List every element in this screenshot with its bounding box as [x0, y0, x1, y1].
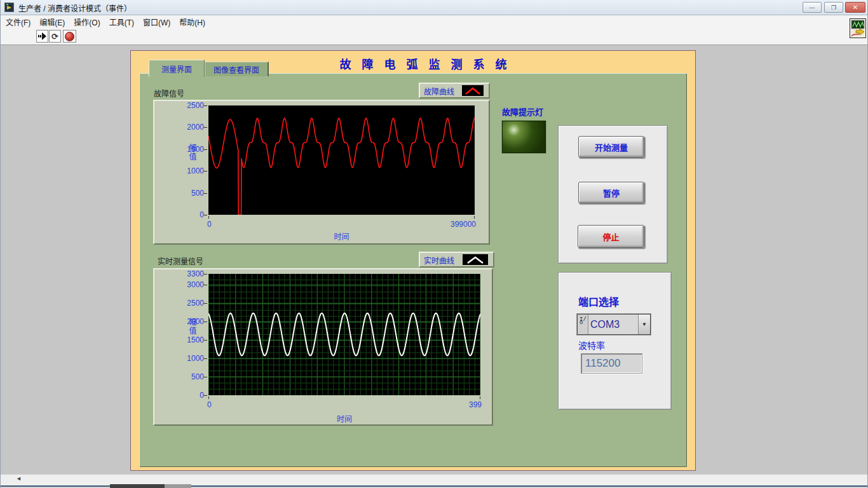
toolbar [1, 29, 868, 45]
fault-x-tick-mark [208, 216, 209, 219]
run-button[interactable] [36, 30, 48, 43]
run-continuous-icon: ⟳ [51, 32, 58, 41]
realtime-y-tick-mark [204, 358, 207, 359]
page-title: 故 障 电 弧 监 测 系 统 [336, 55, 514, 72]
close-button[interactable]: ✕ [845, 2, 865, 13]
realtime-chart-label: 实时测量信号 [158, 255, 203, 266]
pause-button[interactable]: 暂停 [578, 182, 644, 203]
fault-curve-icon [464, 86, 482, 95]
fault-x-tick-mark [474, 216, 475, 219]
fault-led-label: 故障提示灯 [502, 105, 543, 118]
restore-button[interactable]: ❐ [824, 2, 843, 13]
realtime-y-tick-label: 0 [175, 391, 204, 400]
fault-y-tick-mark [204, 171, 207, 172]
fault-waveform [208, 118, 475, 215]
fault-y-tick-label: 2000 [175, 123, 204, 132]
realtime-y-tick-mark [204, 395, 207, 396]
visa-io-icon: I/o [578, 315, 588, 334]
abort-button[interactable] [63, 30, 76, 43]
minimize-button[interactable]: — [803, 2, 822, 13]
realtime-xlabel: 时间 [208, 413, 480, 424]
fault-legend[interactable]: 故障曲线 [419, 83, 490, 98]
fault-led-indicator [501, 120, 546, 154]
pause-label: 暂停 [603, 187, 620, 199]
realtime-y-tick-label: 1000 [175, 354, 204, 363]
minimize-icon: — [810, 4, 815, 11]
restore-icon: ❐ [831, 4, 836, 11]
realtime-y-tick-label: 2000 [175, 317, 204, 326]
fault-y-tick-label: 500 [175, 189, 204, 198]
menu-item-edit[interactable]: 编辑(E) [39, 17, 65, 27]
tab-image-view-label: 图像查看界面 [214, 64, 259, 75]
realtime-y-tick-mark [204, 322, 207, 322]
fault-legend-swatch [462, 85, 484, 96]
realtime-y-tick-mark [204, 340, 207, 341]
fault-y-tick-label: 1000 [175, 166, 204, 175]
window-title: 生产者 / 消费者设计模式（事件） [18, 3, 132, 13]
realtime-x-tick-mark [208, 396, 209, 399]
scrollbar-left-arrow-icon[interactable]: ◄ [16, 475, 22, 482]
realtime-legend-label: 实时曲线 [424, 255, 454, 266]
fault-y-tick-mark [204, 127, 207, 128]
menu-item-window[interactable]: 窗口(W) [143, 17, 170, 27]
title-bar[interactable]: 生产者 / 消费者设计模式（事件） — ❐ ✕ [1, 0, 868, 15]
realtime-curve-icon [465, 255, 485, 264]
realtime-y-tick-mark [204, 303, 207, 304]
tab-measurement-label: 测量界面 [161, 64, 192, 74]
fault-xlabel: 时间 [208, 231, 475, 241]
fault-y-tick-mark [204, 215, 207, 215]
taskbar-peek [165, 484, 191, 488]
vi-icon [850, 18, 866, 38]
menu-item-file[interactable]: 文件(F) [6, 17, 31, 27]
app-icon [4, 3, 14, 12]
fault-y-tick-label: 2500 [175, 101, 204, 110]
fault-y-tick-label: 0 [175, 210, 204, 219]
fault-chart-label: 故障信号 [154, 88, 184, 98]
baud-rate-label: 波特率 [578, 339, 605, 351]
realtime-y-tick-label: 2500 [175, 299, 204, 308]
fault-plot-area [208, 105, 475, 215]
fault-x-tick-label: 0 [207, 220, 212, 229]
fault-legend-label: 故障曲线 [424, 86, 454, 97]
application-window: 生产者 / 消费者设计模式（事件） — ❐ ✕ 文件(F) 编辑(E) 操作(O… [0, 0, 868, 488]
realtime-y-tick-mark [204, 274, 207, 274]
realtime-y-tick-mark [204, 377, 207, 377]
run-continuous-button[interactable]: ⟳ [49, 30, 61, 43]
baud-rate-field[interactable]: 115200 [581, 353, 642, 374]
realtime-legend-swatch [463, 254, 488, 265]
port-panel [558, 272, 672, 410]
realtime-x-tick-label: 399 [422, 400, 482, 409]
realtime-y-tick-label: 3300 [175, 269, 204, 278]
realtime-y-tick-mark [204, 285, 207, 285]
fault-y-tick-mark [204, 193, 207, 194]
fault-y-tick-label: 1500 [175, 145, 204, 154]
abort-icon [65, 32, 74, 41]
close-icon: ✕ [853, 4, 858, 11]
chevron-down-icon: ▼ [642, 322, 647, 327]
menu-item-help[interactable]: 帮助(H) [179, 17, 205, 27]
stop-button[interactable]: 停止 [578, 225, 644, 248]
realtime-x-tick-label: 0 [207, 400, 212, 409]
start-measure-button[interactable]: 开始测量 [578, 136, 644, 158]
fault-y-tick-mark [204, 149, 207, 150]
menu-item-operate[interactable]: 操作(O) [74, 17, 100, 27]
realtime-legend[interactable]: 实时曲线 [419, 252, 494, 268]
realtime-x-tick-mark [480, 396, 480, 399]
tab-image-view[interactable]: 图像查看界面 [205, 62, 269, 76]
tab-measurement[interactable]: 测量界面 [149, 60, 205, 77]
realtime-plot-area [208, 274, 480, 395]
com-port-dropdown-button[interactable]: ▼ [638, 315, 650, 334]
stop-label: 停止 [602, 231, 619, 243]
realtime-y-tick-label: 1500 [175, 336, 204, 344]
realtime-y-tick-label: 3000 [175, 280, 204, 289]
com-port-combo[interactable]: I/o COM3 ▼ [577, 314, 651, 335]
start-measure-label: 开始测量 [595, 141, 628, 153]
port-select-label: 端口选择 [578, 294, 619, 309]
menu-item-tools[interactable]: 工具(T) [109, 17, 134, 27]
fault-x-tick-label: 399000 [416, 220, 476, 229]
menu-bar: 文件(F) 编辑(E) 操作(O) 工具(T) 窗口(W) 帮助(H) [1, 15, 868, 29]
fault-y-tick-mark [204, 105, 207, 106]
taskbar-peek [110, 484, 165, 488]
realtime-y-tick-label: 500 [175, 372, 204, 381]
run-arrow-icon [38, 32, 47, 41]
